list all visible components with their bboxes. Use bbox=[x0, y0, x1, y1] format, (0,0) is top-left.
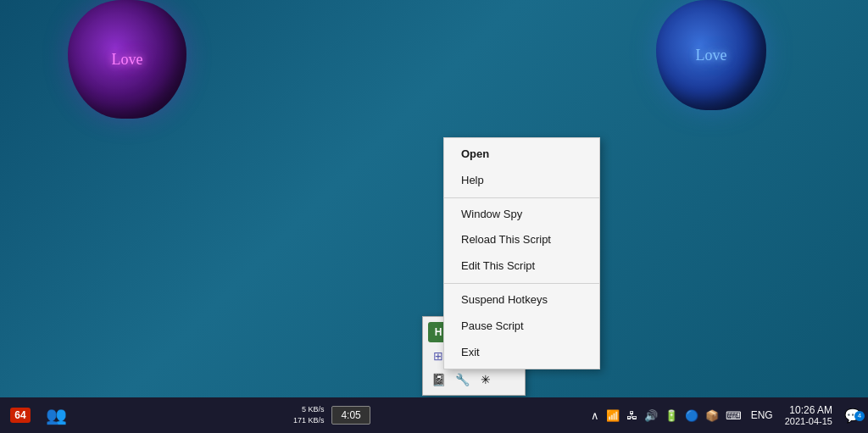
menu-separator-2 bbox=[444, 283, 599, 284]
tray-dropbox[interactable]: 📦 bbox=[703, 409, 721, 422]
context-menu: Open Help Window Spy Reload This Script … bbox=[443, 137, 600, 369]
tray-wifi[interactable]: 📶 bbox=[604, 409, 622, 422]
tray-area: ∧ 📶 🖧 🔊 🔋 🔵 📦 ⌨ bbox=[588, 409, 744, 422]
tray-keyboard[interactable]: ⌨ bbox=[723, 409, 744, 422]
clock-time: 10:26 AM bbox=[789, 404, 832, 416]
menu-item-reload-script[interactable]: Reload This Script bbox=[444, 227, 599, 253]
notification-badge: 4 bbox=[854, 411, 865, 421]
teams-icon: 👥 bbox=[46, 405, 67, 425]
taskbar-app-ahk[interactable]: 64 bbox=[3, 398, 37, 432]
taskbar-app-teams[interactable]: 👥 bbox=[39, 398, 73, 432]
tray-popup-icon-tool[interactable]: 🔧 bbox=[452, 369, 472, 390]
battery-indicator[interactable]: 4:05 bbox=[331, 406, 370, 425]
notification-icon[interactable]: 💬 4 bbox=[841, 408, 865, 424]
tray-popup-icon-onenote[interactable]: 📓 bbox=[428, 369, 448, 390]
desktop: Love Love Open Help Window Spy Reload Th… bbox=[0, 0, 868, 433]
taskbar-left: 64 👥 bbox=[0, 397, 73, 433]
tray-chevron[interactable]: ∧ bbox=[588, 409, 602, 422]
bulb-left: Love bbox=[68, 0, 186, 119]
bulb-left-text: Love bbox=[112, 51, 143, 69]
menu-item-help[interactable]: Help bbox=[444, 168, 599, 194]
menu-item-suspend-hotkeys[interactable]: Suspend Hotkeys bbox=[444, 287, 599, 314]
taskbar-right: ∧ 📶 🖧 🔊 🔋 🔵 📦 ⌨ ENG 10:26 AM 2021-04-15 … bbox=[588, 397, 868, 433]
tray-network[interactable]: 🖧 bbox=[624, 409, 640, 422]
menu-separator-1 bbox=[444, 197, 599, 198]
menu-item-open[interactable]: Open bbox=[444, 142, 599, 168]
taskbar: 64 👥 5 KB/s 171 KB/s 4:05 ∧ 📶 🖧 🔊 🔋 🔵 📦 bbox=[0, 397, 868, 433]
menu-item-pause-script[interactable]: Pause Script bbox=[444, 314, 599, 340]
tray-popup-icon-star[interactable]: ✳ bbox=[476, 369, 496, 390]
bulb-right-text: Love bbox=[696, 47, 727, 64]
menu-item-edit-script[interactable]: Edit This Script bbox=[444, 253, 599, 280]
menu-item-exit[interactable]: Exit bbox=[444, 340, 599, 366]
ahk-icon: 64 bbox=[10, 408, 30, 423]
tray-bluetooth[interactable]: 🔵 bbox=[682, 409, 701, 422]
bulb-right: Love bbox=[656, 0, 766, 110]
menu-item-window-spy[interactable]: Window Spy bbox=[444, 202, 599, 228]
taskbar-center: 5 KB/s 171 KB/s 4:05 bbox=[291, 404, 370, 425]
tray-battery[interactable]: 🔋 bbox=[662, 409, 681, 422]
net-speed-up: 5 KB/s bbox=[293, 404, 325, 415]
clock[interactable]: 10:26 AM 2021-04-15 bbox=[780, 404, 837, 426]
net-speed-down: 171 KB/s bbox=[293, 415, 325, 426]
tray-volume[interactable]: 🔊 bbox=[642, 409, 660, 422]
net-speed: 5 KB/s 171 KB/s bbox=[291, 404, 327, 425]
lang-indicator[interactable]: ENG bbox=[748, 409, 776, 421]
clock-date: 2021-04-15 bbox=[785, 416, 832, 426]
